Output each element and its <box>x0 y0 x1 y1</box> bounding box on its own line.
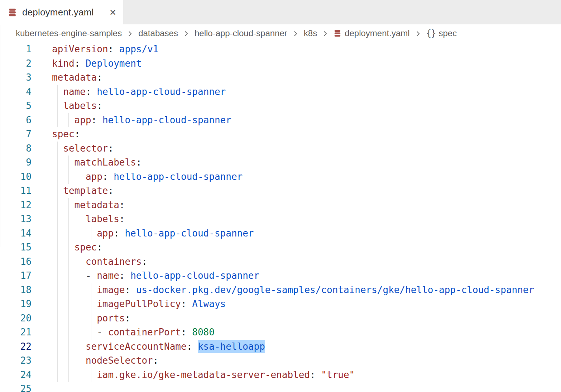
line-number[interactable]: 9 <box>0 156 32 170</box>
chevron-right-icon <box>126 30 134 37</box>
token: image <box>97 285 125 295</box>
token: : <box>102 171 114 182</box>
indent-guide <box>52 325 63 340</box>
indent-guide <box>75 325 86 340</box>
line-number[interactable]: 10 <box>0 170 32 184</box>
token: name <box>97 270 119 281</box>
token: : <box>181 298 192 309</box>
line-number[interactable]: 3 <box>0 71 32 85</box>
code-text: app: hello-app-cloud-spanner <box>32 113 231 128</box>
token: containers <box>86 256 142 267</box>
line-number[interactable]: 14 <box>0 226 32 241</box>
line-number[interactable]: 16 <box>0 255 32 269</box>
code-text: app: hello-app-cloud-spanner <box>32 170 243 184</box>
token: nodeSelector <box>86 355 153 366</box>
token: app <box>75 115 91 125</box>
indent-guide <box>63 354 74 368</box>
indent-guide <box>75 297 86 311</box>
breadcrumb-label: deployment.yaml <box>345 28 409 38</box>
line-number[interactable]: 5 <box>0 99 32 113</box>
line-number[interactable]: 2 <box>0 57 32 71</box>
code-text: apiVersion: apps/v1 <box>32 42 158 57</box>
token: : <box>153 355 159 366</box>
breadcrumb-item-spec[interactable]: {}spec <box>426 28 457 38</box>
line-number[interactable]: 22 <box>0 340 32 354</box>
code-line: 15spec: <box>0 240 561 255</box>
indent-guide <box>75 170 86 184</box>
code-line: 20ports: <box>0 311 561 326</box>
line-number[interactable]: 1 <box>0 42 32 57</box>
breadcrumb-item-databases[interactable]: databases <box>138 28 178 38</box>
token: hello-app-cloud-spanner <box>114 171 243 182</box>
breadcrumb-item-deployment-yaml[interactable]: deployment.yaml <box>334 28 409 38</box>
line-number[interactable]: 23 <box>0 354 32 368</box>
yaml-file-icon <box>8 8 17 17</box>
tab-close-icon[interactable]: × <box>110 7 116 18</box>
code-text: - name: hello-app-cloud-spanner <box>32 269 259 283</box>
tab-deployment-yaml[interactable]: deployment.yaml × <box>0 0 123 24</box>
code-line: 22serviceAccountName: ksa-helloapp <box>0 340 561 354</box>
line-number[interactable]: 7 <box>0 127 32 142</box>
token: 8080 <box>192 327 215 338</box>
code-text: nodeSelector: <box>32 354 158 368</box>
indent-guide <box>75 340 86 354</box>
token: spec <box>75 242 97 253</box>
code-lines: 1apiVersion: apps/v12kind: Deployment3me… <box>0 42 561 392</box>
chevron-right-icon <box>183 30 190 37</box>
code-line: 4name: hello-app-cloud-spanner <box>0 85 561 99</box>
token: hello-app-cloud-spanner <box>102 115 231 125</box>
chevron-right-icon <box>322 30 329 37</box>
line-number[interactable]: 8 <box>0 142 32 156</box>
line-number[interactable]: 18 <box>0 283 32 297</box>
token: : <box>97 72 102 83</box>
line-number[interactable]: 4 <box>0 85 32 99</box>
indent-guide <box>63 156 74 170</box>
code-line: 18image: us-docker.pkg.dev/google-sample… <box>0 283 561 297</box>
line-number[interactable]: 13 <box>0 212 32 226</box>
token: : <box>91 115 102 125</box>
indent-guide <box>63 255 74 269</box>
indent-guide <box>63 325 74 340</box>
indent-guide <box>63 283 74 297</box>
indent-guide <box>75 368 86 382</box>
indent-guide <box>75 269 86 283</box>
code-line: 13labels: <box>0 212 561 226</box>
line-number[interactable]: 25 <box>0 382 32 392</box>
breadcrumb-item-k8s[interactable]: k8s <box>304 28 317 38</box>
line-number[interactable]: 15 <box>0 240 32 255</box>
chevron-right-icon <box>292 30 299 37</box>
token: : <box>75 58 86 69</box>
code-editor[interactable]: 1apiVersion: apps/v12kind: Deployment3me… <box>0 42 561 392</box>
token: - <box>97 327 108 338</box>
line-number[interactable]: 19 <box>0 297 32 311</box>
token: : <box>125 285 136 295</box>
tab-bar: deployment.yaml × <box>0 0 561 24</box>
line-number[interactable]: 24 <box>0 368 32 382</box>
indent-guide <box>75 212 86 226</box>
line-number[interactable]: 21 <box>0 325 32 340</box>
indent-guide <box>52 184 63 198</box>
breadcrumb-item-kubernetes-engine-samples[interactable]: kubernetes-engine-samples <box>16 28 122 38</box>
indent-guide <box>52 354 63 368</box>
token: : <box>310 369 321 380</box>
line-number[interactable]: 11 <box>0 184 32 198</box>
indent-guide <box>63 297 74 311</box>
breadcrumb-label: hello-app-cloud-spanner <box>195 28 287 38</box>
line-number[interactable]: 6 <box>0 113 32 128</box>
token: apiVersion <box>52 44 108 54</box>
line-number[interactable]: 17 <box>0 269 32 283</box>
breadcrumb-item-hello-app-cloud-spanner[interactable]: hello-app-cloud-spanner <box>195 28 287 38</box>
indent-guide <box>52 142 63 156</box>
code-text: imagePullPolicy: Always <box>32 297 226 311</box>
line-number[interactable]: 12 <box>0 198 32 212</box>
code-text: metadata: <box>32 71 102 85</box>
database-icon <box>334 29 341 37</box>
code-line: 10app: hello-app-cloud-spanner <box>0 170 561 184</box>
indent-guide <box>52 368 63 382</box>
token: "true" <box>321 369 355 380</box>
token: : <box>181 327 192 338</box>
token: selector <box>63 143 108 154</box>
token: matchLabels <box>75 157 136 168</box>
line-number[interactable]: 20 <box>0 311 32 326</box>
code-text: iam.gke.io/gke-metadata-server-enabled: … <box>32 368 355 382</box>
